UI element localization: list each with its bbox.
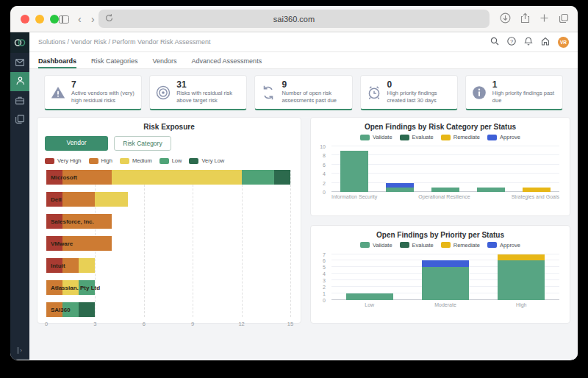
legend-item[interactable]: Validate bbox=[360, 242, 392, 249]
new-tab-icon[interactable] bbox=[539, 13, 549, 23]
bar-segment-validate[interactable] bbox=[431, 188, 459, 192]
legend-swatch bbox=[120, 158, 129, 164]
help-icon[interactable]: ? bbox=[507, 35, 516, 49]
kpi-value: 0 bbox=[387, 80, 452, 90]
sidebar-item-briefcase[interactable] bbox=[10, 91, 29, 110]
stacked-bar[interactable] bbox=[477, 146, 505, 192]
search-icon[interactable] bbox=[490, 35, 499, 49]
sidebar-expand-button[interactable]: › bbox=[10, 347, 29, 354]
bar-segment-low[interactable] bbox=[242, 170, 274, 185]
tab-advanced-assessments[interactable]: Advanced Assessments bbox=[192, 57, 262, 68]
legend-swatch bbox=[400, 135, 409, 140]
vendor-bar[interactable]: Salesforce, Inc. bbox=[46, 214, 290, 229]
tab-risk-categories[interactable]: Risk Categories bbox=[91, 57, 138, 68]
minimize-window-button[interactable] bbox=[35, 15, 44, 24]
sidebar-item-documents[interactable] bbox=[10, 110, 29, 129]
vendor-bar[interactable]: Dell bbox=[46, 192, 290, 207]
risk-category-toggle-button[interactable]: Risk Category bbox=[114, 136, 171, 151]
legend-item[interactable]: Low bbox=[159, 157, 182, 164]
tab-overview-icon[interactable] bbox=[559, 13, 569, 24]
vendor-bar[interactable]: VMware bbox=[46, 236, 290, 251]
kpi-label: Risks with residual risk above target ri… bbox=[176, 90, 241, 104]
bell-icon[interactable] bbox=[524, 35, 533, 49]
legend-item[interactable]: Validate bbox=[360, 134, 392, 140]
legend-item[interactable]: Approve bbox=[487, 134, 520, 140]
stacked-bar[interactable] bbox=[523, 146, 551, 192]
plot-area bbox=[331, 254, 559, 300]
sai360-logo[interactable] bbox=[10, 32, 29, 53]
legend-label: Remediate bbox=[453, 134, 480, 140]
legend-item[interactable]: Medium bbox=[120, 157, 152, 164]
forward-button[interactable]: › bbox=[91, 13, 95, 26]
stacked-bar[interactable] bbox=[498, 254, 545, 300]
share-icon[interactable] bbox=[520, 13, 530, 24]
y-tick-label: 10 bbox=[320, 144, 326, 149]
bar-segment-validate[interactable] bbox=[346, 293, 393, 300]
bar-segment-medium[interactable] bbox=[95, 192, 127, 207]
legend-label: Evaluate bbox=[412, 242, 434, 249]
y-tick-label: 1 bbox=[323, 290, 326, 296]
vendor-bar[interactable]: Atlassian. Pty Ltd bbox=[46, 280, 290, 295]
y-tick-label: 6 bbox=[323, 162, 326, 167]
legend-swatch bbox=[189, 158, 198, 164]
bar-segment-very-low[interactable] bbox=[274, 170, 290, 185]
sidebar-item-mail[interactable] bbox=[10, 53, 29, 72]
bar-segment-very-low[interactable] bbox=[79, 302, 95, 317]
bar-segment-validate[interactable] bbox=[477, 188, 505, 192]
bar-segment-remediate[interactable] bbox=[523, 188, 551, 192]
bar-segment-medium[interactable] bbox=[112, 170, 242, 185]
bar-segment-remediate[interactable] bbox=[498, 254, 545, 261]
close-window-button[interactable] bbox=[21, 15, 29, 24]
findings-priority-xlabels: LowModerateHigh bbox=[331, 302, 559, 307]
home-icon[interactable] bbox=[541, 35, 550, 49]
bar-segment-validate[interactable] bbox=[422, 267, 469, 299]
bar-segment-validate[interactable] bbox=[386, 188, 414, 192]
stacked-bar[interactable] bbox=[422, 254, 469, 300]
user-avatar[interactable]: VR bbox=[558, 37, 569, 48]
bar-segment-high[interactable] bbox=[62, 192, 95, 207]
vendor-bar[interactable]: SAI360 bbox=[46, 302, 290, 317]
kpi-label: Active vendors with (very) high residual… bbox=[71, 90, 136, 104]
target-icon bbox=[155, 85, 171, 101]
bar-slot bbox=[423, 146, 468, 192]
legend-swatch bbox=[45, 158, 54, 164]
bar-segment-validate[interactable] bbox=[340, 151, 368, 192]
address-bar[interactable]: sai360.com bbox=[98, 10, 490, 28]
kpi-card-residual-risk[interactable]: 31 Risks with residual risk above target… bbox=[149, 75, 247, 110]
kpi-card-findings-created[interactable]: 0 High priority findings created last 30… bbox=[360, 75, 458, 110]
browser-sidebar-toggle-icon[interactable] bbox=[59, 15, 69, 24]
legend-item[interactable]: High bbox=[89, 157, 112, 164]
alarm-clock-icon bbox=[366, 85, 382, 101]
back-button[interactable]: ‹ bbox=[78, 13, 82, 26]
legend-item[interactable]: Approve bbox=[487, 242, 520, 249]
x-tick-label: 15 bbox=[287, 321, 293, 327]
reload-icon[interactable] bbox=[104, 13, 114, 23]
vendor-bar[interactable]: Microsoft bbox=[46, 170, 290, 185]
stacked-bar[interactable] bbox=[386, 146, 414, 192]
vendor-toggle-button[interactable]: Vendor bbox=[45, 136, 108, 151]
bar-segment-approve[interactable] bbox=[422, 260, 469, 267]
status-legend-priority: ValidateEvaluateRemediateApprove bbox=[311, 242, 570, 249]
legend-item[interactable]: Evaluate bbox=[400, 134, 434, 140]
bar-segment-medium[interactable] bbox=[79, 258, 95, 273]
stacked-bar[interactable] bbox=[431, 146, 459, 192]
kpi-card-active-vendors[interactable]: 7 Active vendors with (very) high residu… bbox=[44, 75, 142, 110]
tab-vendors[interactable]: Vendors bbox=[153, 57, 177, 68]
zoom-window-button[interactable] bbox=[50, 15, 59, 24]
sidebar-item-vendor-risk[interactable] bbox=[10, 72, 29, 91]
legend-item[interactable]: Very Low bbox=[189, 157, 224, 164]
legend-item[interactable]: Evaluate bbox=[400, 242, 434, 249]
tab-dashboards[interactable]: Dashboards bbox=[38, 57, 76, 68]
stacked-bar[interactable] bbox=[346, 254, 393, 300]
kpi-card-findings-past-due[interactable]: 1 High priority findings past due bbox=[465, 75, 563, 110]
vendor-bar[interactable]: Intuit bbox=[46, 258, 290, 273]
legend-item[interactable]: Remediate bbox=[441, 134, 480, 140]
legend-item[interactable]: Remediate bbox=[441, 242, 480, 249]
bar-segment-validate[interactable] bbox=[498, 260, 545, 299]
kpi-card-assessments-past-due[interactable]: 9 Number of open risk assessments past d… bbox=[254, 75, 352, 110]
legend-swatch bbox=[159, 158, 169, 164]
x-axis-label bbox=[377, 194, 418, 199]
downloads-icon[interactable] bbox=[500, 13, 511, 24]
legend-item[interactable]: Very High bbox=[45, 157, 82, 164]
stacked-bar[interactable] bbox=[340, 146, 368, 192]
